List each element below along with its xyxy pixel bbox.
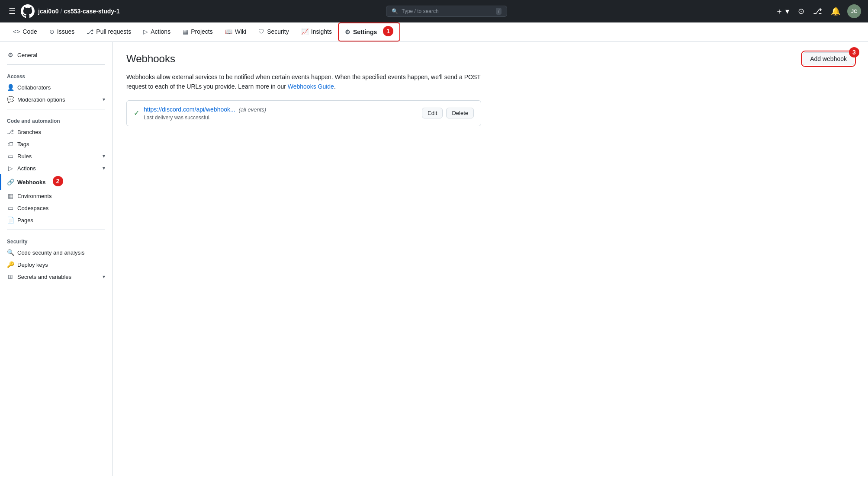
tags-icon: 🏷 (7, 141, 14, 147)
sidebar-environments-label: Environments (17, 193, 51, 199)
add-webhook-button[interactable]: Add webhook (803, 52, 854, 65)
main-content: Webhooks Add webhook 3 Webhooks allow ex… (113, 42, 868, 476)
webhooks-guide-link[interactable]: Webhooks Guide (288, 83, 334, 90)
sidebar-item-actions[interactable]: ▷ Actions ▾ (0, 162, 112, 174)
pages-icon: 📄 (7, 217, 14, 224)
annotation-1: 1 (383, 26, 393, 36)
create-new-button[interactable]: ＋ ▾ (774, 4, 791, 18)
sidebar-item-general[interactable]: ⚙ General (0, 49, 112, 61)
edit-webhook-button[interactable]: Edit (422, 108, 443, 118)
breadcrumb: jcai0o0 / cs553-case-study-1 (38, 8, 120, 15)
sidebar-webhooks-label: Webhooks (17, 179, 46, 185)
tab-issues-label: Issues (57, 28, 74, 35)
breadcrumb-separator: / (60, 8, 62, 15)
sidebar: ⚙ General Access 👤 Collaborators 💬 Moder… (0, 42, 113, 476)
tab-security[interactable]: 🛡 Security (252, 23, 295, 41)
actions-chevron: ▾ (103, 165, 105, 171)
pr-tab-icon: ⎇ (87, 28, 93, 35)
tab-settings-label: Settings (353, 29, 377, 35)
sidebar-item-secrets[interactable]: ⊞ Secrets and variables ▾ (0, 271, 112, 283)
sidebar-item-code-security[interactable]: 🔍 Code security and analysis (0, 246, 112, 259)
tab-settings[interactable]: ⚙ Settings 1 (338, 22, 400, 42)
page-body: ⚙ General Access 👤 Collaborators 💬 Moder… (0, 42, 868, 476)
codespaces-icon: ▭ (7, 204, 14, 211)
tab-issues[interactable]: ⊙ Issues (43, 23, 80, 41)
sidebar-item-deploy-keys[interactable]: 🔑 Deploy keys (0, 259, 112, 271)
tab-actions[interactable]: ▷ Actions (137, 23, 177, 41)
description-end: . (334, 83, 336, 90)
sidebar-item-webhooks[interactable]: 🔗 Webhooks 2 (0, 174, 112, 190)
sidebar-code-security-label: Code security and analysis (17, 249, 84, 256)
rules-icon: ▭ (7, 153, 14, 160)
tab-projects-label: Projects (191, 28, 213, 35)
notifications-icon[interactable]: 🔔 (829, 5, 842, 18)
sidebar-divider-2 (7, 109, 105, 109)
moderation-icon: 💬 (7, 96, 14, 103)
sidebar-item-branches[interactable]: ⎇ Branches (0, 126, 112, 138)
sidebar-moderation-label: Moderation options (17, 96, 65, 103)
sidebar-item-moderation[interactable]: 💬 Moderation options ▾ (0, 93, 112, 105)
webhook-url-row: https://discord.com/api/webhook... (all … (144, 106, 418, 113)
security-tab-icon: 🛡 (258, 28, 264, 35)
webhook-item: ✓ https://discord.com/api/webhook... (al… (126, 100, 481, 126)
insights-tab-icon: 📈 (301, 28, 309, 35)
search-icon: 🔍 (392, 8, 398, 14)
webhook-actions: Edit Delete (422, 108, 474, 118)
webhook-info: https://discord.com/api/webhook... (all … (144, 106, 418, 121)
secrets-chevron: ▾ (103, 274, 105, 280)
top-nav-right: ＋ ▾ ⊙ ⎇ 🔔 JC (774, 4, 861, 18)
repo-tabs: <> Code ⊙ Issues ⎇ Pull requests ▷ Actio… (0, 22, 868, 42)
tab-insights[interactable]: 📈 Insights (295, 23, 338, 41)
hamburger-menu[interactable]: ☰ (7, 5, 17, 18)
wiki-tab-icon: 📖 (225, 28, 232, 35)
tab-actions-label: Actions (151, 28, 170, 35)
general-icon: ⚙ (7, 51, 14, 58)
tab-code-label: Code (23, 28, 37, 35)
sidebar-actions-label: Actions (17, 165, 36, 172)
sidebar-collaborators-label: Collaborators (17, 84, 51, 91)
sidebar-item-collaborators[interactable]: 👤 Collaborators (0, 81, 112, 93)
annotation-3: 3 (849, 47, 859, 57)
sidebar-divider-3 (7, 230, 105, 230)
webhook-list: ✓ https://discord.com/api/webhook... (al… (126, 100, 481, 126)
sidebar-item-rules[interactable]: ▭ Rules ▾ (0, 150, 112, 162)
sidebar-item-codespaces[interactable]: ▭ Codespaces (0, 202, 112, 214)
code-security-icon: 🔍 (7, 249, 14, 256)
webhook-url-link[interactable]: https://discord.com/api/webhook... (144, 106, 235, 113)
delete-webhook-button[interactable]: Delete (446, 108, 474, 118)
copilot-icon[interactable]: ⊙ (796, 5, 806, 18)
sidebar-item-environments[interactable]: ▦ Environments (0, 190, 112, 202)
tab-projects[interactable]: ▦ Projects (177, 23, 219, 41)
sidebar-item-tags[interactable]: 🏷 Tags (0, 138, 112, 150)
tab-insights-label: Insights (311, 28, 332, 35)
pull-requests-icon[interactable]: ⎇ (811, 5, 824, 18)
sidebar-tags-label: Tags (17, 141, 29, 147)
projects-tab-icon: ▦ (183, 28, 188, 35)
breadcrumb-user[interactable]: jcai0o0 (38, 8, 58, 15)
tab-pr-label: Pull requests (96, 28, 131, 35)
webhook-success-icon: ✓ (134, 109, 139, 117)
tab-security-label: Security (267, 28, 289, 35)
github-logo (21, 4, 35, 18)
sidebar-codespaces-label: Codespaces (17, 205, 48, 211)
rules-chevron: ▾ (103, 153, 105, 159)
tab-pull-requests[interactable]: ⎇ Pull requests (80, 23, 137, 41)
collaborators-icon: 👤 (7, 84, 14, 91)
search-placeholder: Type / to search (402, 8, 438, 14)
tab-code[interactable]: <> Code (7, 23, 43, 41)
sidebar-rules-label: Rules (17, 153, 32, 160)
tab-wiki[interactable]: 📖 Wiki (219, 23, 252, 41)
sidebar-item-pages[interactable]: 📄 Pages (0, 214, 112, 226)
webhook-events: (all events) (239, 106, 267, 113)
avatar-text: JC (851, 9, 857, 14)
secrets-icon: ⊞ (7, 273, 14, 280)
sidebar-deploy-keys-label: Deploy keys (17, 262, 48, 268)
deploy-keys-icon: 🔑 (7, 261, 14, 268)
breadcrumb-repo[interactable]: cs553-case-study-1 (64, 8, 119, 15)
top-nav-center: 🔍 Type / to search / (123, 6, 770, 17)
page-header: Webhooks Add webhook 3 (126, 52, 854, 65)
search-bar[interactable]: 🔍 Type / to search / (386, 6, 507, 17)
settings-tab-icon: ⚙ (345, 29, 350, 35)
avatar[interactable]: JC (847, 4, 861, 18)
annotation-2: 2 (53, 176, 63, 186)
